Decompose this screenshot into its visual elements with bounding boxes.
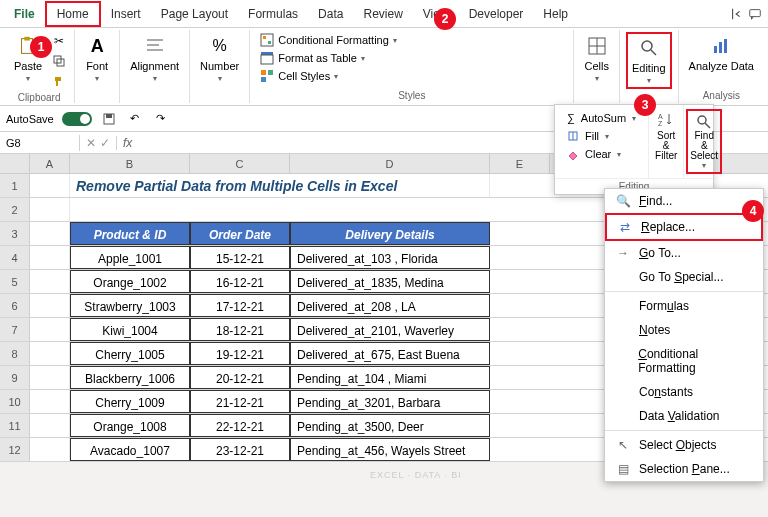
format-as-table-button[interactable]: Format as Table ▾ [256,50,369,66]
cell[interactable]: Cherry_1005 [70,342,190,365]
number-button[interactable]: % Number ▾ [196,32,243,85]
cell[interactable] [30,270,70,293]
tab-formulas[interactable]: Formulas [238,3,308,25]
sort-filter-button[interactable]: AZ Sort & Filter [651,109,681,163]
cut-icon[interactable]: ✂ [50,32,68,50]
cell[interactable]: Avacado_1007 [70,438,190,461]
cell[interactable] [30,294,70,317]
save-icon[interactable] [100,110,118,128]
tab-insert[interactable]: Insert [101,3,151,25]
menu-constants[interactable]: Constants [605,380,763,404]
fill-button[interactable]: Fill ▾ [559,127,644,145]
cell[interactable]: Blackberry_1006 [70,366,190,389]
col-header[interactable]: B [70,154,190,173]
menu-conditional-formatting[interactable]: Conditional Formatting [605,342,763,380]
row-header[interactable]: 2 [0,198,30,221]
cell[interactable] [30,390,70,413]
table-header[interactable]: Order Date [190,222,290,245]
cell[interactable]: 21-12-21 [190,390,290,413]
title-cell[interactable]: Remove Partial Data from Multiple Cells … [70,174,490,197]
fx-icon[interactable]: fx [117,136,138,150]
cell[interactable]: 17-12-21 [190,294,290,317]
cell[interactable] [30,318,70,341]
row-header[interactable]: 8 [0,342,30,365]
row-header[interactable]: 11 [0,414,30,437]
cell[interactable]: Orange_1002 [70,270,190,293]
cell[interactable]: Delivered_at_103 , Florida [290,246,490,269]
cancel-icon[interactable]: ✕ [86,136,96,150]
menu-goto-special[interactable]: Go To Special... [605,265,763,289]
row-header[interactable]: 5 [0,270,30,293]
menu-data-validation[interactable]: Data Validation [605,404,763,428]
tab-review[interactable]: Review [353,3,412,25]
col-header[interactable]: C [190,154,290,173]
menu-goto[interactable]: →Go To... [605,241,763,265]
cell[interactable]: Delivered_at_675, East Buena [290,342,490,365]
cell[interactable] [30,222,70,245]
name-box[interactable]: G8 [0,135,80,151]
col-header[interactable]: E [490,154,550,173]
cell[interactable]: Delivered_at_1835, Medina [290,270,490,293]
row-header[interactable]: 9 [0,366,30,389]
cell[interactable] [30,342,70,365]
cell[interactable]: 20-12-21 [190,366,290,389]
row-header[interactable]: 12 [0,438,30,461]
cell[interactable]: Delivered_at_208 , LA [290,294,490,317]
cell[interactable]: 19-12-21 [190,342,290,365]
editing-button[interactable]: Editing ▾ [626,32,672,89]
analyze-data-button[interactable]: Analyze Data [685,32,758,74]
cell[interactable]: Pending_at_456, Wayels Street [290,438,490,461]
cell[interactable]: Pending_at_3201, Barbara [290,390,490,413]
menu-select-objects[interactable]: ↖Select Objects [605,433,763,457]
cell[interactable]: Apple_1001 [70,246,190,269]
cell[interactable]: 23-12-21 [190,438,290,461]
menu-replace[interactable]: ⇄Replace... [605,213,763,241]
cell[interactable]: Pending_at_104 , Miami [290,366,490,389]
cell[interactable] [30,414,70,437]
tab-file[interactable]: File [4,3,45,25]
row-header[interactable]: 10 [0,390,30,413]
cell[interactable]: Orange_1008 [70,414,190,437]
share-icon[interactable] [728,5,746,23]
cell[interactable]: 18-12-21 [190,318,290,341]
tab-page-layout[interactable]: Page Layout [151,3,238,25]
row-header[interactable]: 1 [0,174,30,197]
menu-formulas[interactable]: Formulas [605,294,763,318]
cell[interactable] [30,174,70,197]
redo-icon[interactable]: ↷ [152,110,170,128]
cell[interactable] [30,246,70,269]
row-header[interactable]: 6 [0,294,30,317]
comments-icon[interactable] [746,5,764,23]
format-painter-icon[interactable] [50,72,68,90]
cell[interactable]: 15-12-21 [190,246,290,269]
autosum-button[interactable]: ∑AutoSum ▾ [559,109,644,127]
cell[interactable] [30,438,70,461]
autosave-toggle[interactable] [62,112,92,126]
col-header[interactable]: D [290,154,490,173]
select-all-corner[interactable] [0,154,30,173]
tab-home[interactable]: Home [45,1,101,27]
row-header[interactable]: 7 [0,318,30,341]
cell[interactable]: 22-12-21 [190,414,290,437]
cells-button[interactable]: Cells ▾ [580,32,612,85]
row-header[interactable]: 4 [0,246,30,269]
table-header[interactable]: Product & ID [70,222,190,245]
cell[interactable]: 16-12-21 [190,270,290,293]
clear-button[interactable]: Clear ▾ [559,145,644,163]
menu-notes[interactable]: Notes [605,318,763,342]
tab-developer[interactable]: Developer [459,3,534,25]
enter-icon[interactable]: ✓ [100,136,110,150]
menu-selection-pane[interactable]: ▤Selection Pane... [605,457,763,481]
table-header[interactable]: Delivery Details [290,222,490,245]
cell[interactable]: Strawberry_1003 [70,294,190,317]
cell[interactable]: Cherry_1009 [70,390,190,413]
tab-data[interactable]: Data [308,3,353,25]
cell-styles-button[interactable]: Cell Styles ▾ [256,68,342,84]
cell[interactable] [30,366,70,389]
cell[interactable]: Delivered_at_2101, Waverley [290,318,490,341]
alignment-button[interactable]: Alignment ▾ [126,32,183,85]
menu-find[interactable]: 🔍FFind...ind... [605,189,763,213]
tab-help[interactable]: Help [533,3,578,25]
copy-icon[interactable] [50,52,68,70]
find-select-button[interactable]: Find & Select ▾ [686,109,722,174]
